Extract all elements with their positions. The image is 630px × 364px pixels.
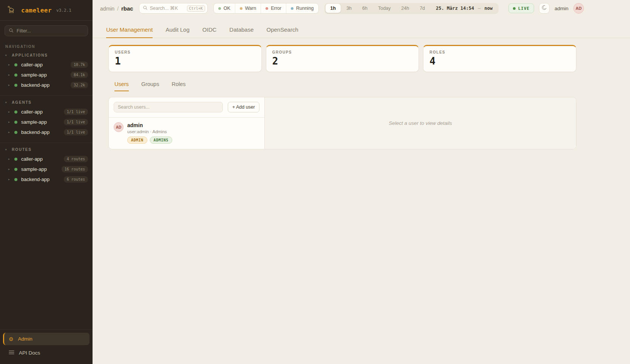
time-to: now [484, 6, 493, 11]
live-label: LIVE [518, 6, 530, 11]
stat-label: GROUPS [272, 50, 413, 54]
subtab-users[interactable]: Users [114, 81, 129, 91]
stat-value: 4 [429, 55, 570, 67]
theme-toggle-button[interactable] [539, 3, 550, 14]
search-icon [143, 5, 148, 12]
item-badge: 6 routes [64, 176, 88, 183]
app-version: v3.2.1 [56, 8, 71, 13]
stats-row: USERS 1 GROUPS 2 ROLES 4 [108, 45, 576, 72]
item-label: backend-app [21, 177, 61, 182]
sidebar-item-agents-backend-app[interactable]: ▸ backend-app 1/1 live [0, 127, 93, 137]
tab-opensearch[interactable]: OpenSearch [267, 23, 298, 38]
subtab-roles[interactable]: Roles [171, 81, 185, 91]
sidebar-item-applications-backend-app[interactable]: ▸ backend-app 32.2k [0, 80, 93, 90]
search-icon [9, 28, 14, 34]
caret-right-icon[interactable]: ▸ [8, 120, 11, 124]
users-search[interactable] [114, 102, 223, 112]
time-range-today[interactable]: Today [373, 4, 395, 13]
sidebar-item-agents-caller-app[interactable]: ▸ caller-app 1/1 live [0, 107, 93, 117]
sidebar-item-routes-caller-app[interactable]: ▸ caller-app 4 routes [0, 154, 93, 164]
search-shortcut-kbd: Ctrl+K [187, 5, 205, 12]
avatar[interactable]: AD [573, 3, 584, 14]
section-label: AGENTS [12, 100, 31, 104]
live-dot-icon [513, 7, 516, 10]
caret-right-icon[interactable]: ▸ [8, 157, 11, 161]
subtab-groups[interactable]: Groups [141, 81, 159, 91]
status-filter-warn[interactable]: Warn [235, 3, 261, 13]
sidebar-item-api-docs[interactable]: API Docs [3, 347, 90, 359]
content-area: USERS 1 GROUPS 2 ROLES 4 Users Groups Ro… [93, 38, 630, 149]
status-filter-ok[interactable]: OK [214, 3, 235, 13]
status-label: Running [296, 6, 314, 11]
navigation-label: NAVIGATION [5, 45, 87, 49]
status-label: OK [224, 6, 230, 11]
tab-oidc[interactable]: OIDC [202, 23, 217, 38]
users-search-input[interactable] [118, 104, 219, 110]
section-header-agents[interactable]: ▾ AGENTS [0, 100, 93, 107]
tab-user-management[interactable]: User Management [106, 23, 153, 38]
item-label: caller-app [21, 156, 61, 162]
caret-right-icon[interactable]: ▸ [8, 83, 11, 87]
item-label: caller-app [21, 62, 68, 68]
sidebar-item-admin[interactable]: ⚙ Admin [3, 333, 90, 345]
stat-card-groups: GROUPS 2 [266, 45, 419, 72]
admin-label: Admin [18, 336, 32, 342]
sidebar-item-applications-caller-app[interactable]: ▸ caller-app 10.7k [0, 60, 93, 70]
app-logo-row: cameleer v3.2.1 [0, 0, 93, 21]
item-badge: 1/1 live [64, 109, 88, 115]
caret-right-icon[interactable]: ▸ [8, 131, 11, 134]
add-user-button[interactable]: + Add user [228, 102, 259, 112]
global-search-input[interactable] [150, 6, 185, 11]
time-range-24h[interactable]: 24h [396, 4, 414, 13]
sidebar-item-applications-sample-app[interactable]: ▸ sample-app 84.1k [0, 70, 93, 80]
sidebar-item-routes-sample-app[interactable]: ▸ sample-app 16 routes [0, 164, 93, 174]
top-bar: admin / rbac Ctrl+K OK Warn Error [93, 0, 630, 17]
error-dot-icon [266, 7, 268, 10]
sidebar: cameleer v3.2.1 NAVIGATION ▾ APPLICATION… [0, 0, 93, 364]
live-badge[interactable]: LIVE [508, 3, 534, 13]
status-dot-icon [14, 168, 17, 171]
user-subtitle: user:admin · Admins [127, 129, 172, 134]
tab-database[interactable]: Database [229, 23, 253, 38]
time-from: 25. März 14:54 [436, 6, 474, 11]
status-filter-running[interactable]: Running [286, 3, 318, 13]
time-display: 25. März 14:54 — now [431, 6, 497, 11]
time-range-7d[interactable]: 7d [415, 4, 430, 13]
item-badge: 4 routes [64, 156, 88, 162]
section-label: ROUTES [12, 147, 31, 152]
tab-audit-log[interactable]: Audit Log [165, 23, 189, 38]
status-dot-icon [14, 74, 17, 77]
item-label: backend-app [21, 129, 61, 135]
users-list-column: + Add user AD admin user:admin · Admins … [109, 97, 265, 149]
global-search[interactable]: Ctrl+K [139, 3, 208, 14]
time-range-1h[interactable]: 1h [326, 4, 341, 13]
caret-down-icon: ▾ [5, 148, 7, 151]
caret-right-icon[interactable]: ▸ [8, 73, 11, 77]
status-filter-error[interactable]: Error [261, 3, 286, 13]
time-range-6h[interactable]: 6h [357, 4, 372, 13]
caret-right-icon[interactable]: ▸ [8, 63, 11, 66]
time-range-3h[interactable]: 3h [341, 4, 357, 13]
sub-tabs: Users Groups Roles [114, 81, 576, 91]
caret-right-icon[interactable]: ▸ [8, 178, 11, 181]
header-right-cluster: LIVE admin AD [508, 3, 584, 14]
caret-right-icon[interactable]: ▸ [8, 167, 11, 171]
status-dot-icon [14, 158, 17, 161]
section-header-routes[interactable]: ▾ ROUTES [0, 147, 93, 154]
sidebar-filter[interactable] [5, 25, 88, 36]
breadcrumb-separator: / [117, 6, 119, 12]
breadcrumb: admin / rbac [100, 5, 133, 12]
section-header-applications[interactable]: ▾ APPLICATIONS [0, 53, 93, 60]
empty-state-text: Select a user to view details [389, 120, 452, 126]
caret-right-icon[interactable]: ▸ [8, 110, 11, 114]
item-badge: 10.7k [71, 61, 88, 68]
user-list-item-admin[interactable]: AD admin user:admin · Admins ADMIN ADMIN… [109, 118, 264, 144]
breadcrumb-parent[interactable]: admin [100, 6, 114, 12]
sidebar-item-routes-backend-app[interactable]: ▸ backend-app 6 routes [0, 174, 93, 184]
sidebar-filter-input[interactable] [17, 28, 84, 34]
time-range-group: 1h 3h 6h Today 24h 7d 25. März 14:54 — n… [324, 3, 499, 14]
sidebar-item-agents-sample-app[interactable]: ▸ sample-app 1/1 live [0, 117, 93, 127]
breadcrumb-current: rbac [121, 5, 133, 12]
users-panel: + Add user AD admin user:admin · Admins … [108, 97, 576, 149]
running-dot-icon [291, 7, 293, 10]
